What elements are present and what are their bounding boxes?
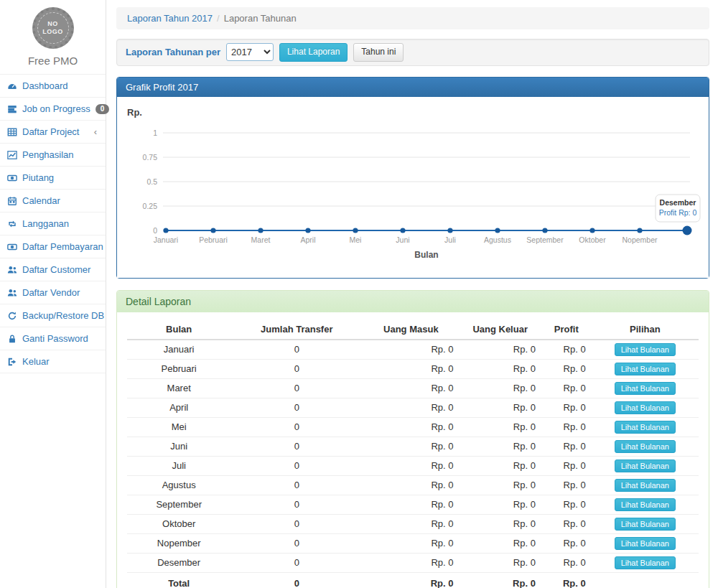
table-row: September0Rp. 0Rp. 0Rp. 0Lihat Bulanan xyxy=(127,495,699,514)
sidebar-item-label: Keluar xyxy=(22,356,98,367)
lihat-bulanan-button[interactable]: Lihat Bulanan xyxy=(615,343,676,356)
cell-uang-keluar: Rp. 0 xyxy=(459,340,541,360)
money-icon xyxy=(7,242,17,252)
cell-profit: Rp. 0 xyxy=(541,378,592,398)
sidebar-item-daftar-pembayaran[interactable]: Daftar Pembayaran xyxy=(0,235,106,258)
lihat-bulanan-button[interactable]: Lihat Bulanan xyxy=(615,537,676,550)
sidebar-item-ganti-password[interactable]: Ganti Password xyxy=(0,327,106,350)
data-point-agustus xyxy=(495,228,500,233)
tasks-icon xyxy=(7,104,17,114)
chart-panel-title: Grafik Profit 2017 xyxy=(117,78,709,97)
cell-profit: Rp. 0 xyxy=(541,359,592,378)
x-tick-label: Januari xyxy=(154,235,178,244)
refresh-icon xyxy=(7,311,17,321)
sidebar-item-label: Daftar Customer xyxy=(22,264,98,275)
cell-month: Mei xyxy=(127,417,230,437)
table-icon xyxy=(7,127,17,137)
no-logo-seal: NO LOGO xyxy=(32,7,74,49)
table-row: Agustus0Rp. 0Rp. 0Rp. 0Lihat Bulanan xyxy=(127,475,699,495)
lihat-bulanan-button[interactable]: Lihat Bulanan xyxy=(615,459,676,472)
tahun-ini-button[interactable]: Tahun ini xyxy=(353,43,404,62)
x-tick-label: September xyxy=(526,235,564,244)
sidebar-item-dashboard[interactable]: Dashboard xyxy=(0,74,106,97)
page: NO LOGO Free PMO DashboardJob on Progres… xyxy=(0,0,718,588)
profit-chart[interactable]: Rp.10.750.50.250JanuariPebruariMaretApri… xyxy=(124,104,703,271)
cell-profit: Rp. 0 xyxy=(541,533,592,553)
data-point-oktober xyxy=(589,228,595,233)
lihat-bulanan-button[interactable]: Lihat Bulanan xyxy=(615,363,676,375)
calendar-icon xyxy=(7,196,17,206)
cell-uang-keluar: Rp. 0 xyxy=(459,475,541,495)
cell-uang-keluar: Rp. 0 xyxy=(459,456,541,475)
lihat-bulanan-button[interactable]: Lihat Bulanan xyxy=(615,401,676,414)
lihat-bulanan-button[interactable]: Lihat Bulanan xyxy=(615,479,676,492)
lihat-bulanan-button[interactable]: Lihat Bulanan xyxy=(615,556,676,569)
col-header-bulan: Bulan xyxy=(127,319,230,340)
data-point-juni xyxy=(400,228,405,233)
chevron-left-icon: ‹ xyxy=(94,126,98,137)
lihat-laporan-button[interactable]: Lihat Laporan xyxy=(279,43,348,62)
line-chart-icon xyxy=(7,150,17,160)
table-row: Nopember0Rp. 0Rp. 0Rp. 0Lihat Bulanan xyxy=(127,533,699,553)
cell-profit: Rp. 0 xyxy=(541,340,592,360)
report-table: Bulan Jumlah Transfer Uang Masuk Uang Ke… xyxy=(127,319,699,588)
cell-uang-masuk: Rp. 0 xyxy=(363,533,459,553)
sidebar-item-langganan[interactable]: Langganan xyxy=(0,212,106,235)
cell-jumlah-transfer: 0 xyxy=(230,398,363,417)
total-profit: Rp. 0 xyxy=(541,572,592,588)
sidebar-item-daftar-customer[interactable]: Daftar Customer xyxy=(0,258,106,281)
logo-text-line2: LOGO xyxy=(42,28,63,36)
y-tick-label: 1 xyxy=(153,128,157,136)
lihat-bulanan-button[interactable]: Lihat Bulanan xyxy=(615,440,676,453)
breadcrumb: Laporan Tahun 2017/Laporan Tahunan xyxy=(116,7,709,29)
detail-report-panel: Detail Laporan Bulan Jumlah Transfer Uan… xyxy=(116,290,709,588)
sidebar-item-daftar-project[interactable]: Daftar Project‹ xyxy=(0,120,106,143)
lihat-bulanan-button[interactable]: Lihat Bulanan xyxy=(615,498,676,511)
sidebar-item-calendar[interactable]: Calendar xyxy=(0,189,106,212)
sidebar-item-penghasilan[interactable]: Penghasilan xyxy=(0,143,106,166)
year-select[interactable]: 2017 xyxy=(226,43,274,61)
sidebar-item-keluar[interactable]: Keluar xyxy=(0,350,106,373)
table-row: Juli0Rp. 0Rp. 0Rp. 0Lihat Bulanan xyxy=(127,456,699,475)
breadcrumb-link[interactable]: Laporan Tahun 2017 xyxy=(127,13,213,24)
total-uang-masuk: Rp. 0 xyxy=(363,572,459,588)
cell-profit: Rp. 0 xyxy=(541,495,592,514)
col-header-pilihan: Pilihan xyxy=(592,319,699,340)
cell-jumlah-transfer: 0 xyxy=(230,437,363,456)
lihat-bulanan-button[interactable]: Lihat Bulanan xyxy=(615,382,676,395)
data-point-januari xyxy=(163,228,168,233)
table-row: Juni0Rp. 0Rp. 0Rp. 0Lihat Bulanan xyxy=(127,437,699,456)
sidebar-menu: DashboardJob on Progress0Daftar Project‹… xyxy=(0,74,106,373)
cell-jumlah-transfer: 0 xyxy=(230,514,363,533)
cell-uang-keluar: Rp. 0 xyxy=(459,378,541,398)
lihat-bulanan-button[interactable]: Lihat Bulanan xyxy=(615,518,676,531)
lihat-bulanan-button[interactable]: Lihat Bulanan xyxy=(615,421,676,434)
breadcrumb-current: Laporan Tahunan xyxy=(224,13,297,24)
tooltip-value: Profit Rp: 0 xyxy=(659,208,697,217)
data-point-september xyxy=(542,228,547,233)
sidebar-item-daftar-vendor[interactable]: Daftar Vendor xyxy=(0,281,106,304)
sidebar-item-backup-restore-db[interactable]: Backup/Restore DB xyxy=(0,304,106,327)
x-tick-label: Agustus xyxy=(484,235,511,244)
table-row: Januari0Rp. 0Rp. 0Rp. 0Lihat Bulanan xyxy=(127,340,699,360)
sign-out-icon xyxy=(7,357,17,367)
col-header-uang-masuk: Uang Masuk xyxy=(363,319,459,340)
cell-month: Januari xyxy=(127,340,230,360)
cell-month: September xyxy=(127,495,230,514)
sidebar-item-piutang[interactable]: Piutang xyxy=(0,166,106,189)
data-point-maret xyxy=(258,228,263,233)
x-tick-label: Juli xyxy=(444,235,456,244)
cell-uang-keluar: Rp. 0 xyxy=(459,437,541,456)
x-tick-label: Maret xyxy=(251,235,271,244)
cell-uang-keluar: Rp. 0 xyxy=(459,495,541,514)
table-total-row: Total0Rp. 0Rp. 0Rp. 0 xyxy=(127,572,699,588)
sidebar-item-label: Job on Progress xyxy=(22,103,90,114)
cell-uang-keluar: Rp. 0 xyxy=(459,533,541,553)
sidebar-item-job-on-progress[interactable]: Job on Progress0 xyxy=(0,97,106,120)
sidebar-item-label: Piutang xyxy=(22,172,98,183)
cell-uang-masuk: Rp. 0 xyxy=(363,456,459,475)
cell-profit: Rp. 0 xyxy=(541,417,592,437)
x-axis-label: Bulan xyxy=(414,250,438,260)
profit-chart-panel: Grafik Profit 2017 Rp.10.750.50.250Janua… xyxy=(116,77,709,279)
y-tick-label: 0.75 xyxy=(143,152,158,161)
